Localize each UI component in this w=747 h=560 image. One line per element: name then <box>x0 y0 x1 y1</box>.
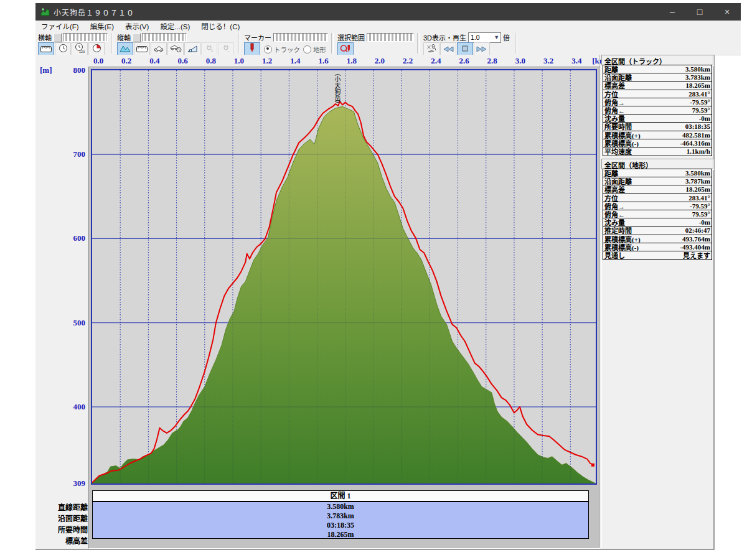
stat-row: 見通し見えます <box>603 251 712 259</box>
rewind-icon <box>443 44 454 55</box>
toolbar-separator <box>515 33 517 54</box>
toolbar-group-yaxis: 縦軸 1 .. <box>115 32 237 55</box>
menu-edit[interactable]: 編集(E) <box>85 21 120 31</box>
yaxis-speed-button[interactable] <box>151 42 167 56</box>
menu-settings[interactable]: 設定...(S) <box>154 21 195 31</box>
yaxis-sensor1-button[interactable]: 1 <box>201 42 217 56</box>
section-values: 3.580km3.783km03:18:3518.265m <box>92 502 589 539</box>
radio-dot-icon <box>303 45 311 54</box>
xaxis-clock-time-button[interactable]: 123 <box>72 42 88 56</box>
elevation-plot-svg <box>92 70 596 483</box>
section-row-label: 標高差 <box>35 535 88 546</box>
menu-view[interactable]: 表示(V) <box>120 21 154 31</box>
range-marker-icon <box>340 44 352 55</box>
xaxis-tick: 2.0 <box>375 56 385 66</box>
slope-icon <box>187 44 197 55</box>
xaxis-tick: 2.6 <box>459 56 469 66</box>
stat-row: 平均速度1.1km/h <box>603 147 712 155</box>
yaxis-tick: 800 <box>35 65 85 75</box>
clock-numbers-icon: 123 <box>75 43 85 55</box>
xaxis-scale-mini-button[interactable] <box>54 33 62 42</box>
stat-label: 平均速度 <box>603 146 632 156</box>
clock-icon <box>59 44 68 55</box>
yaxis-scale-mini-button[interactable] <box>133 33 141 42</box>
menu-file[interactable]: ファイル(F) <box>35 21 85 31</box>
yaxis-distance-button[interactable] <box>134 42 150 56</box>
toolbar-separator <box>111 33 113 54</box>
close-button[interactable]: × <box>713 3 741 21</box>
maximize-button[interactable]: □ <box>686 3 713 21</box>
menu-close[interactable]: 閉じる！(C) <box>195 21 245 31</box>
xaxis-tick: 1.6 <box>318 56 328 66</box>
xaxis-time-button[interactable] <box>55 42 71 56</box>
yaxis-group-label: 縦軸 <box>117 32 131 42</box>
xaxis-tick: 0.0 <box>93 56 103 66</box>
stat-value: 18.265m <box>686 82 712 89</box>
selection-range-slider[interactable] <box>367 33 414 42</box>
stat-value: -0m <box>699 218 712 226</box>
marker-track-radio[interactable]: トラック <box>264 45 300 54</box>
mountain-icon <box>120 44 131 55</box>
marker-pen-button[interactable] <box>244 42 260 56</box>
stat-value: -79.59° <box>690 98 712 106</box>
stop-button[interactable] <box>457 42 473 56</box>
minimize-button[interactable]: – <box>659 3 686 21</box>
svg-text:1: 1 <box>211 49 214 52</box>
yaxis-tick: 500 <box>35 318 85 328</box>
stat-row: 標高差18.265m <box>603 82 712 90</box>
stat-value: -493.404m <box>680 243 712 251</box>
stat-value: 02:46:47 <box>685 226 712 234</box>
stats-table-track: 距離3.580km沿面距離3.783km標高差18.265m方位283.41°俯… <box>603 65 712 156</box>
stats-header-terrain: 全区間（地形） <box>601 159 713 169</box>
stat-value: 3.783km <box>685 73 712 81</box>
playback-speed-select[interactable]: 1.0 ▼ <box>468 32 501 43</box>
marker-group-label: マーカー <box>244 32 271 42</box>
stat-value: 482.581m <box>682 131 712 139</box>
marker-track-radio-label: トラック <box>274 45 300 54</box>
elevation-plot[interactable] <box>91 69 597 485</box>
plug-1-icon: 1 <box>205 44 214 55</box>
stop-icon <box>461 44 469 55</box>
selection-marker-button[interactable] <box>337 42 354 56</box>
xaxis-tick: 0.4 <box>149 56 159 66</box>
xaxis-elapsed-button[interactable] <box>88 42 105 56</box>
menu-bar: ファイル(F) 編集(E) 表示(V) 設定...(S) 閉じる！(C) <box>35 21 741 32</box>
stat-value: 79.59° <box>692 210 712 218</box>
xaxis-tick: 2.8 <box>487 56 497 66</box>
stat-value: 3.580km <box>685 169 712 177</box>
yaxis-tick: 700 <box>35 149 85 159</box>
rewind-button[interactable] <box>440 42 456 56</box>
svg-text:123: 123 <box>79 50 85 54</box>
xaxis-tick: 1.2 <box>262 56 272 66</box>
play-button[interactable] <box>474 42 490 56</box>
stats-header-track: 全区間（トラック） <box>601 55 713 65</box>
summit-annotation: （小天狗岳） <box>334 70 341 107</box>
section-row-value: 18.265m <box>93 530 588 539</box>
yaxis-scale-slider[interactable] <box>142 33 187 42</box>
xaxis-tick: 0.2 <box>121 56 131 66</box>
svg-text:..: .. <box>227 48 230 52</box>
stat-value: 03:18:35 <box>685 123 712 130</box>
xaxis-distance-button[interactable] <box>38 42 54 56</box>
yaxis-sensor-n-button[interactable]: .. <box>218 42 234 56</box>
marker-terrain-radio[interactable]: 地形 <box>303 45 326 54</box>
ruler-icon <box>40 44 52 55</box>
stat-label: 見通し <box>603 250 625 260</box>
playback-speed-value: 1.0 <box>471 34 480 41</box>
toolbar-separator <box>331 33 334 54</box>
stat-value: 283.41° <box>688 194 712 202</box>
xaxis-scale-slider[interactable] <box>63 33 108 42</box>
toolbar-group-xaxis: 横軸 123 <box>35 32 110 55</box>
chevron-down-icon: ▼ <box>494 34 500 40</box>
viewpoint-3d-button[interactable] <box>423 42 439 56</box>
yaxis-pace-button[interactable] <box>167 42 184 56</box>
yaxis-slope-button[interactable] <box>184 42 200 56</box>
yaxis-elevation-button[interactable] <box>117 42 133 56</box>
stat-value: 1.1km/h <box>687 147 712 155</box>
marker-position-slider[interactable] <box>273 33 328 42</box>
section-row-label: 沿面距離 <box>35 513 88 524</box>
clock-pie-icon <box>92 44 101 55</box>
section-row-value: 03:18:35 <box>93 521 588 530</box>
xaxis-tick: 3.2 <box>543 56 553 66</box>
xaxis-tick: 1.8 <box>347 56 357 66</box>
